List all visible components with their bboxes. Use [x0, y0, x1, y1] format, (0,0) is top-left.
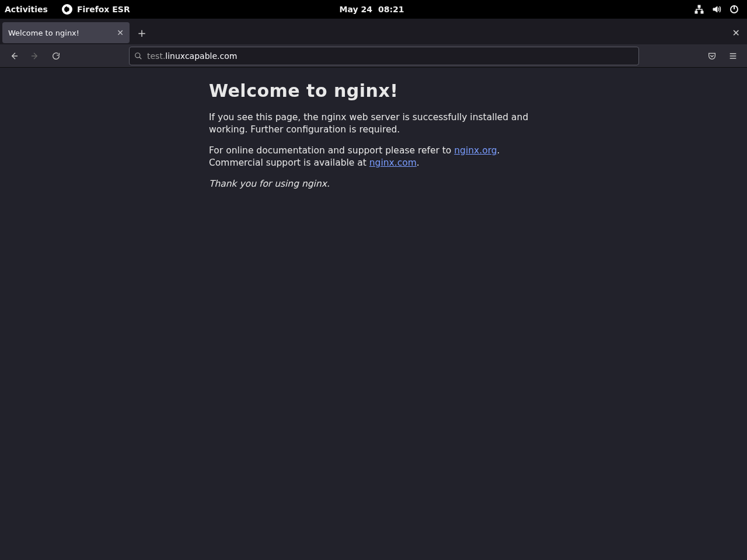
app-menu-button[interactable]	[724, 47, 742, 65]
svg-rect-1	[698, 5, 700, 8]
nginx-org-link[interactable]: nginx.org	[454, 145, 497, 156]
date-label: May 24	[340, 5, 372, 14]
svg-point-6	[135, 52, 140, 57]
svg-rect-3	[701, 11, 703, 13]
gnome-top-bar: Activities Firefox ESR May 24 08:21	[0, 0, 747, 19]
activities-button[interactable]: Activities	[5, 5, 48, 14]
forward-button[interactable]	[26, 47, 44, 65]
power-icon[interactable]	[729, 5, 739, 14]
tab-close-icon[interactable]: ✕	[117, 29, 124, 37]
intro-paragraph: If you see this page, the nginx web serv…	[209, 111, 542, 136]
time-label: 08:21	[378, 5, 404, 14]
reload-button[interactable]	[47, 47, 65, 65]
browser-tab[interactable]: Welcome to nginx! ✕	[2, 22, 130, 43]
page-heading: Welcome to nginx!	[209, 80, 542, 101]
nginx-com-link[interactable]: nginx.com	[369, 158, 417, 168]
back-button[interactable]	[5, 47, 23, 65]
tab-title: Welcome to nginx!	[8, 29, 112, 37]
network-icon[interactable]	[694, 5, 704, 14]
url-bar[interactable]: test.linuxcapable.com	[129, 47, 639, 65]
thanks-paragraph: Thank you for using nginx.	[209, 178, 542, 190]
search-icon	[134, 52, 142, 60]
svg-rect-2	[695, 11, 697, 13]
docs-paragraph: For online documentation and support ple…	[209, 145, 542, 170]
new-tab-button[interactable]: +	[133, 24, 151, 41]
pocket-button[interactable]	[703, 47, 721, 65]
url-text: test.linuxcapable.com	[147, 51, 237, 61]
active-app-name: Firefox ESR	[77, 5, 130, 14]
tab-strip: Welcome to nginx! ✕ + ✕	[0, 19, 747, 44]
firefox-icon	[62, 4, 72, 15]
nav-toolbar: test.linuxcapable.com	[0, 44, 747, 68]
window-close-icon[interactable]: ✕	[729, 27, 743, 38]
active-app-indicator[interactable]: Firefox ESR	[62, 4, 130, 15]
clock[interactable]: May 24 08:21	[340, 5, 404, 14]
content-viewport: Welcome to nginx! If you see this page, …	[0, 68, 747, 560]
volume-icon[interactable]	[712, 5, 721, 14]
page-body: Welcome to nginx! If you see this page, …	[209, 68, 542, 190]
